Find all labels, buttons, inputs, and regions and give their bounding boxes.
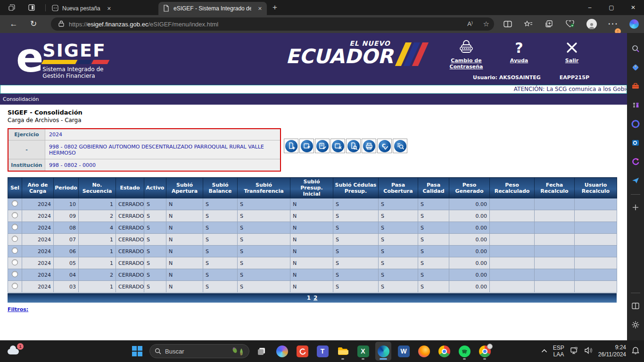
settings-menu-icon[interactable]: ··· ↑ <box>608 19 619 29</box>
m365-icon[interactable] <box>628 117 643 131</box>
notification-bell-icon[interactable] <box>632 346 639 356</box>
column-header: Pasa Calidad <box>418 178 449 198</box>
row-select-radio[interactable] <box>12 271 18 277</box>
language-indicator[interactable]: ESP LAA <box>553 345 564 358</box>
table-cell: N <box>290 234 333 246</box>
spotify-taskbar-button[interactable] <box>456 342 472 361</box>
weather-widget[interactable]: 1 <box>7 344 23 358</box>
outlook-icon[interactable] <box>628 136 643 150</box>
tab-close-icon[interactable]: ✕ <box>107 6 111 12</box>
shopping-tag-icon[interactable] <box>628 60 643 74</box>
results-grid: SelAño de CargaPeriodoNo. SecuenciaEstad… <box>8 177 617 313</box>
logo-caption-2: Gestión Financiera <box>42 73 110 79</box>
copilot-icon[interactable] <box>629 19 639 29</box>
new-tab-button[interactable]: + <box>272 3 277 12</box>
table-cell: S <box>333 246 379 257</box>
create-file-button[interactable] <box>284 139 298 153</box>
approve-button[interactable]: C <box>377 139 392 153</box>
nuevo-ecuador-logo: EL NUEVO ECUADOR <box>286 40 423 66</box>
table-cell: S <box>238 222 290 234</box>
document-favicon <box>163 5 170 12</box>
exit-button[interactable]: Salir <box>553 38 590 70</box>
firefox-taskbar-button[interactable] <box>416 342 432 361</box>
drop-icon[interactable] <box>628 155 643 169</box>
back-icon[interactable]: ← <box>8 19 19 29</box>
teams-taskbar-button[interactable]: T <box>314 342 330 361</box>
plus-icon[interactable] <box>628 200 643 214</box>
esigef-logo: e SIGEF Sistema Integrado de Gestión Fin… <box>16 36 110 79</box>
chrome-profile-taskbar-button[interactable] <box>477 342 493 361</box>
search-icon[interactable] <box>628 41 643 56</box>
pdf-app-taskbar-button[interactable] <box>294 342 310 361</box>
row-select-radio[interactable] <box>12 236 18 242</box>
favorite-star-icon[interactable]: ☆ <box>483 20 489 28</box>
row-select-radio[interactable] <box>12 212 18 218</box>
chrome-taskbar-button[interactable] <box>436 342 452 361</box>
table-row: 2024071CERRADOSNSSNSSS0.00 <box>8 234 617 246</box>
toolbox-icon[interactable] <box>628 79 643 93</box>
row-select-radio[interactable] <box>12 283 18 289</box>
browser-essentials-icon[interactable] <box>565 19 575 29</box>
copilot-taskbar-button[interactable] <box>274 342 290 361</box>
page-subtitle: Carga de Archivos - Carga <box>8 117 627 123</box>
column-header: Subió Presup. Inicial <box>290 178 333 198</box>
minimize-button[interactable]: – <box>579 0 601 15</box>
file-explorer-taskbar-button[interactable] <box>335 342 351 361</box>
collections-icon[interactable] <box>544 19 554 29</box>
excel-taskbar-button[interactable]: X <box>355 342 371 361</box>
table-cell: S <box>203 281 238 293</box>
games-icon[interactable] <box>628 98 643 112</box>
maximize-button[interactable]: ▢ <box>601 0 622 15</box>
table-cell: N <box>166 269 203 281</box>
start-button[interactable] <box>129 343 145 359</box>
edge-taskbar-button[interactable] <box>375 342 391 361</box>
taskbar-search[interactable]: Buscar <box>149 344 249 358</box>
clock-widget[interactable]: 9:24 26/11/2024 <box>598 344 626 358</box>
query-button[interactable] <box>393 139 407 153</box>
row-select-radio[interactable] <box>12 224 18 230</box>
preview-file-button[interactable] <box>346 139 361 153</box>
task-view-taskbar-button[interactable] <box>254 342 270 361</box>
cell-sel <box>8 210 22 222</box>
settings-gear-icon[interactable] <box>628 318 643 332</box>
table-cell: S <box>238 246 290 257</box>
column-header: Periodo <box>54 178 79 198</box>
table-cell: S <box>144 234 166 246</box>
volume-icon[interactable] <box>584 347 593 355</box>
tab-actions-icon[interactable] <box>27 3 36 12</box>
row-select-radio[interactable] <box>12 200 18 206</box>
results-table-head: SelAño de CargaPeriodoNo. SecuenciaEstad… <box>8 178 617 198</box>
row-select-radio[interactable] <box>12 247 18 254</box>
tray-chevron-icon[interactable] <box>541 348 547 354</box>
split-screen-icon[interactable] <box>503 19 513 29</box>
word-taskbar-button[interactable]: W <box>396 342 412 361</box>
row-select-radio[interactable] <box>12 259 18 265</box>
tab-esigef[interactable]: eSIGEF - Sistema Integrado de G ✕ <box>158 2 267 15</box>
panel-icon[interactable] <box>628 299 643 313</box>
filters-link[interactable]: Filtros: <box>8 306 28 313</box>
upload-file-button[interactable] <box>299 139 314 153</box>
print-icon <box>363 140 375 152</box>
tab-nueva-pestana[interactable]: Nueva pestaña ✕ <box>47 2 157 15</box>
change-password-button[interactable]: Cambio de Contraseña <box>448 38 485 70</box>
table-cell <box>490 269 535 281</box>
validate-file-icon <box>316 140 329 152</box>
tab-close-icon[interactable]: ✕ <box>258 6 262 12</box>
table-cell: S <box>144 257 166 269</box>
cancel-file-button[interactable] <box>330 139 345 153</box>
address-bar[interactable]: https://esigef.finanzas.gob.ec/eSIGEF/me… <box>51 17 494 31</box>
close-button[interactable]: ✕ <box>622 0 644 15</box>
table-cell: 2024 <box>22 222 54 234</box>
read-aloud-icon[interactable]: A) <box>467 20 472 27</box>
validate-file-button[interactable] <box>315 139 330 153</box>
profile-avatar[interactable] <box>586 19 597 29</box>
menu-consolidacion[interactable]: Consolidación <box>0 94 627 105</box>
refresh-icon[interactable]: ↻ <box>28 19 39 29</box>
network-icon[interactable] <box>570 347 578 356</box>
page-number-link[interactable]: 2 <box>314 295 317 301</box>
paper-plane-icon[interactable] <box>628 173 643 188</box>
favorites-icon[interactable] <box>523 19 534 29</box>
print-button[interactable] <box>362 139 376 153</box>
workspaces-icon[interactable] <box>8 3 16 12</box>
help-button[interactable]: ? Ayuda <box>501 38 537 70</box>
